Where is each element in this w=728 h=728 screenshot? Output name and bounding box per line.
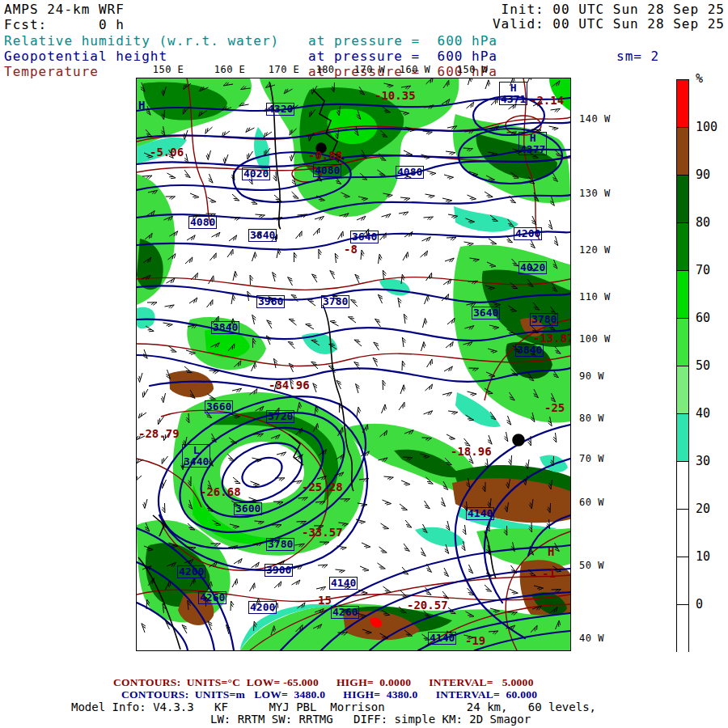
temperature-contour-label: -1 (542, 568, 556, 580)
colorbar-tick-label: 80 (696, 215, 710, 230)
extremum-marker: H (548, 546, 554, 558)
rh-colorbar (676, 79, 689, 652)
temperature-contour-label: -0.88 (308, 150, 342, 162)
right-axis-label: 110 W (579, 291, 611, 303)
height-contour-label: 4020 (242, 167, 270, 180)
colorbar-segment (677, 414, 688, 462)
colorbar-segment (677, 605, 688, 653)
field-rh-level: at pressure = 600 hPa (308, 35, 497, 48)
temperature-contour-label: -25 (544, 402, 565, 414)
colorbar-tick-label: 10 (696, 549, 710, 564)
model-info-line2: LW: RRTM SW: RRTMG DIFF: simple KM: 2D S… (210, 713, 531, 726)
height-contour-label: 4200 (514, 227, 542, 240)
height-contour-label: 4140 (466, 507, 494, 520)
field-t-label: Temperature (4, 66, 99, 78)
height-contour-label: 3780 (266, 538, 294, 551)
height-contour-label: 4320 (266, 103, 294, 116)
smoothing-label: sm= 2 (616, 50, 659, 63)
temperature-contour-label: -33.57 (302, 527, 343, 539)
field-z-level: at pressure = 600 hPa (308, 50, 497, 63)
colorbar-segment (677, 319, 688, 366)
temperature-contour-label: -26.68 (200, 486, 241, 498)
height-contour-label: 3780 (321, 295, 349, 308)
height-contour-label: 3640 (472, 307, 500, 320)
temperature-contour-label: -20.57 (407, 599, 448, 612)
right-axis-label: 130 W (579, 188, 611, 199)
right-axis-label: 50 W (579, 560, 604, 571)
temperature-contour-label: -18.96 (451, 446, 492, 458)
temperature-contour-label: -8 (344, 243, 358, 256)
map-canvas (137, 78, 570, 650)
height-contour-label: 3960 (256, 295, 285, 308)
height-contour-label: 4020 (518, 261, 547, 274)
colorbar-segment (677, 366, 688, 414)
colorbar-tick-label: 90 (696, 167, 710, 182)
height-contour-info: CONTOURS: UNITS=m LOW= 3480.0 HIGH= 4380… (121, 688, 537, 701)
colorbar-segment (677, 557, 688, 605)
height-contour-label: 3840 (248, 229, 277, 242)
colorbar-units: % (696, 71, 703, 86)
init-time: Init: 00 UTC Sun 28 Sep 25 (485, 3, 725, 16)
temp-contour-info: CONTOURS: UNITS=°C LOW= -65.000 HIGH= 0.… (113, 676, 534, 689)
temperature-contour-label: -25.28 (302, 481, 343, 493)
model-info-line1: Model Info: V4.3.3 KF MYJ PBL Morrison 2… (71, 700, 596, 713)
right-axis-label: 80 W (579, 413, 604, 424)
colorbar-tick-label: 40 (696, 406, 710, 421)
temperature-contour-label: -19 (465, 635, 485, 647)
temperature-contour-label: -10.35 (375, 90, 416, 102)
top-axis-label: 160 E (214, 64, 246, 75)
height-contour-label: 4080 (396, 166, 424, 179)
top-axis-label: 150 E (153, 64, 184, 75)
right-axis-label: 140 W (579, 113, 611, 125)
colorbar-tick-label: 100 (696, 120, 717, 134)
height-contour-label: 4140 (329, 577, 358, 590)
top-axis-label: 150 W (457, 64, 489, 75)
height-contour-label: 3640 (350, 231, 379, 243)
colorbar-segment (677, 223, 688, 271)
colorbar-segment (677, 271, 688, 319)
model-title: AMPS 24-km WRF (4, 3, 125, 16)
height-contour-label: 4200 (248, 601, 277, 614)
height-contour-label: 3600 (234, 502, 262, 515)
height-contour-label: 3780 (530, 313, 558, 326)
extremum-label: H4377 (518, 132, 547, 155)
right-axis-label: 70 W (579, 453, 604, 464)
rh-shading (137, 78, 570, 650)
colorbar-segment (677, 462, 688, 510)
colorbar-tick-label: 20 (696, 502, 710, 516)
temperature-contour-label: -34.96 (269, 379, 310, 392)
height-contour-label: 3840 (515, 344, 544, 357)
extremum-marker: H (138, 99, 145, 112)
temperature-contour-label: 15 (318, 595, 332, 607)
field-z-label: Geopotential height (4, 50, 167, 63)
colorbar-segment (677, 176, 688, 223)
temperature-contour-label: -2.14 (530, 95, 564, 107)
colorbar-tick-label: 70 (696, 263, 710, 277)
right-axis-label: 60 W (579, 497, 604, 508)
top-axis-label: 160 W (400, 64, 431, 75)
height-contour-label: 3900 (265, 564, 293, 577)
right-axis-label: 120 W (579, 244, 611, 256)
extremum-label: H4371 (499, 82, 527, 105)
top-axis-label: 170 W (354, 64, 386, 75)
extremum-label: L3440 (182, 444, 210, 468)
height-contour-label: 4140 (428, 632, 456, 645)
colorbar-tick-label: 30 (696, 454, 710, 468)
height-contour-label: 3840 (211, 321, 239, 334)
height-contour-label: 4260 (331, 606, 359, 619)
height-contour-label: 3660 (205, 400, 233, 413)
height-contour-label: 3720 (266, 410, 294, 423)
colorbar-tick-label: 50 (696, 358, 710, 373)
right-axis-label: 100 W (579, 333, 611, 345)
forecast-hour: Fcst: 0 h (4, 19, 125, 32)
temperature-contour-label: -28.79 (138, 428, 180, 440)
colorbar-segment (677, 80, 688, 128)
temperature-contour-label: -5.06 (150, 146, 184, 159)
colorbar-tick-label: 0 (696, 597, 703, 612)
right-axis-label: 90 W (579, 370, 604, 382)
height-contour-label: 4080 (313, 164, 341, 177)
weather-chart-page: { "title_block": { "model": "AMPS 24-km … (0, 0, 728, 728)
height-contour-label: 4200 (177, 565, 205, 578)
forecast-map: 4320402040804080408038403640420040203960… (136, 78, 571, 651)
field-rh-label: Relative humidity (w.r.t. water) (4, 35, 279, 48)
